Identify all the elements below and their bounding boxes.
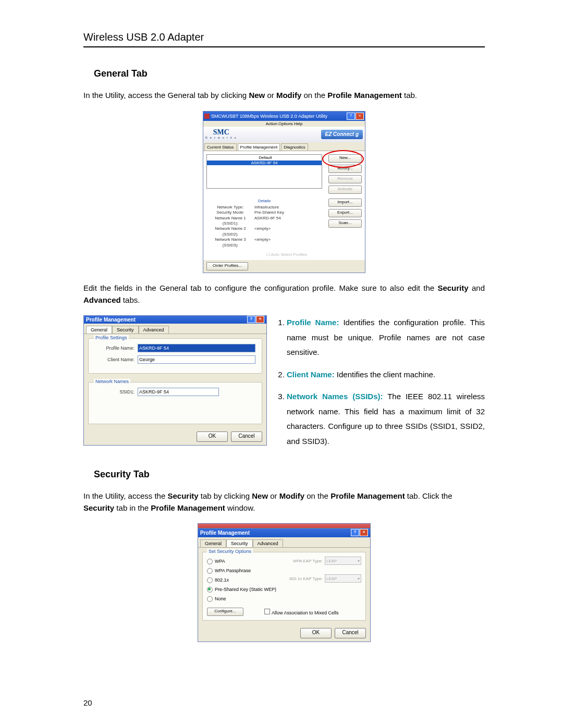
new-button[interactable]: New... (328, 154, 362, 163)
chevron-down-icon: ▾ (358, 559, 360, 563)
list-item[interactable]: Default (207, 155, 322, 160)
mixed-cells-checkbox[interactable]: Allow Association to Mixed Cells (264, 609, 339, 615)
client-name-input[interactable] (138, 355, 255, 364)
label-8021x-eap: 802.1x EAP Type: (284, 576, 325, 581)
cancel-button[interactable]: Cancel (335, 628, 366, 638)
group-network-names: Network Names SSID1: (88, 382, 262, 424)
tab-general[interactable]: General (200, 539, 226, 547)
radio-8021x[interactable] (207, 577, 213, 583)
close-button[interactable]: × (256, 316, 264, 323)
tab-security[interactable]: Security (112, 326, 139, 334)
profile-list[interactable]: Default ASKRD-9F 54 (206, 154, 322, 189)
label-client-name: Client Name: (95, 357, 138, 362)
radio-preshared-key[interactable] (207, 587, 213, 593)
import-button[interactable]: Import... (328, 199, 362, 207)
configure-button[interactable]: Configure... (207, 608, 243, 616)
help-button[interactable]: ? (347, 113, 355, 120)
running-header: Wireless USB 2.0 Adapter (83, 31, 485, 47)
section-security-title: Security Tab (94, 469, 485, 480)
modify-button[interactable]: Modify... (328, 165, 362, 173)
group-profile-settings: Profile Settings Profile Name: Client Na… (88, 338, 262, 374)
section-general-title: General Tab (94, 68, 485, 79)
tab-profile-management[interactable]: Profile Management (238, 143, 280, 151)
profile-name-input[interactable] (138, 344, 255, 352)
close-button[interactable]: × (360, 529, 368, 536)
auto-select-checkbox[interactable]: ☐ Auto Select Profiles (203, 251, 365, 260)
main-tabs: Current Status Profile Management Diagno… (203, 143, 365, 151)
tab-security[interactable]: Security (226, 539, 253, 547)
export-button[interactable]: Export... (328, 209, 362, 217)
smc-logo: SMC (205, 129, 237, 136)
titlebar: Profile Management ? × (84, 316, 266, 324)
remove-button[interactable]: Remove (328, 175, 362, 183)
screenshot-utility: SMCWUSBT 108Mbps Wireless USB 2.0 Adapte… (203, 111, 365, 274)
list-item: Client Name: Identifies the client machi… (287, 367, 485, 382)
label-ssid1: SSID1: (95, 389, 138, 394)
screenshot-profile-general: Profile Management ? × General Security … (83, 315, 267, 446)
list-item: Network Names (SSIDs): The IEEE 802.11 w… (287, 389, 485, 449)
help-button[interactable]: ? (247, 316, 255, 323)
list-item-selected[interactable]: ASKRD-9F 54 (207, 161, 322, 165)
label-profile-name: Profile Name: (95, 346, 138, 351)
titlebar: Profile Management ? × (198, 528, 370, 537)
page-number: 20 (83, 698, 92, 707)
para-general-intro: In the Utility, access the General tab b… (83, 90, 485, 102)
radio-wpa-passphrase[interactable] (207, 568, 213, 574)
para-security-intro: In the Utility, access the Security tab … (83, 490, 485, 514)
group-security-options: Set Security Options WPA WPA Passphrase … (202, 552, 366, 621)
ok-button[interactable]: OK (197, 431, 228, 442)
activate-button[interactable]: Activate (328, 186, 362, 194)
para-general-edit: Edit the fields in the General tab to co… (83, 282, 485, 306)
8021x-eap-select[interactable]: LEAP▾ (325, 574, 361, 583)
ok-button[interactable]: OK (300, 628, 332, 638)
radio-none[interactable] (207, 596, 213, 602)
tab-advanced[interactable]: Advanced (253, 539, 283, 547)
tab-advanced[interactable]: Advanced (139, 326, 169, 334)
label-wpa-eap: WPA EAP Type: (284, 559, 325, 563)
screenshot-profile-security: Profile Management ? × General Security … (198, 523, 371, 642)
chevron-down-icon: ▾ (358, 576, 360, 581)
close-button[interactable]: × (356, 113, 364, 120)
scan-button[interactable]: Scan... (328, 219, 362, 228)
tab-general[interactable]: General (86, 326, 112, 334)
ssid1-input[interactable] (138, 388, 219, 396)
app-icon (204, 114, 210, 119)
tab-diagnostics[interactable]: Diagnostics (281, 143, 308, 151)
wpa-eap-select[interactable]: LEAP▾ (325, 557, 361, 565)
radio-wpa[interactable] (207, 559, 213, 564)
window-title: SMCWUSBT 108Mbps Wireless USB 2.0 Adapte… (211, 114, 327, 119)
list-item: Profile Name: Identifies the configurati… (287, 315, 485, 360)
details-label: Details (206, 199, 322, 204)
help-button[interactable]: ? (351, 529, 359, 536)
field-description-list: Profile Name: Identifies the configurati… (275, 315, 485, 456)
window-title: Profile Management (86, 317, 136, 323)
tab-current-status[interactable]: Current Status (204, 143, 237, 151)
order-profiles-button[interactable]: Order Profiles... (206, 262, 248, 270)
cancel-button[interactable]: Cancel (231, 431, 262, 442)
ez-connect-logo: EZ Connect g (321, 130, 363, 139)
titlebar: SMCWUSBT 108Mbps Wireless USB 2.0 Adapte… (203, 112, 365, 121)
menubar[interactable]: Action Options Help (203, 121, 365, 127)
smc-logo-sub: N e t w o r k s (205, 136, 237, 139)
window-title: Profile Management (200, 530, 250, 536)
banner: SMC N e t w o r k s EZ Connect g (203, 127, 365, 142)
